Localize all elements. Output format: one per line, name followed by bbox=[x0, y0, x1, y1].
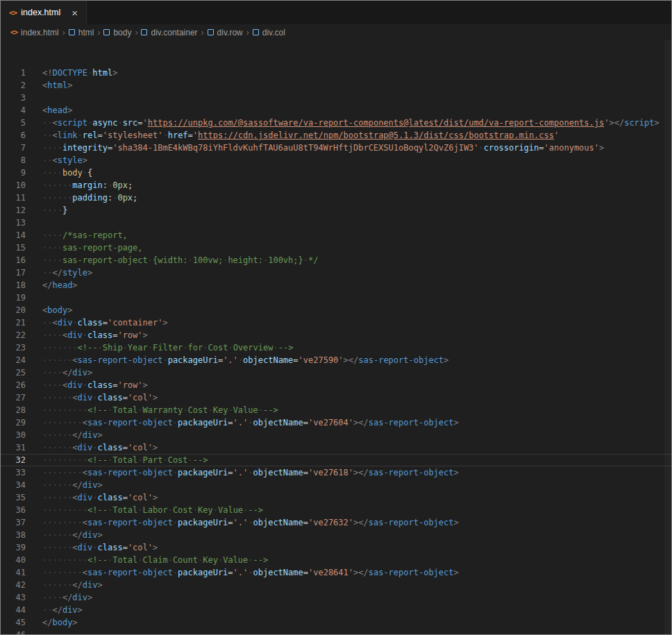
code-line-14[interactable]: 14····/*sas-report, bbox=[1, 229, 671, 242]
line-number[interactable]: 6 bbox=[1, 129, 26, 142]
line-number[interactable]: 4 bbox=[1, 104, 26, 117]
line-number[interactable]: 7 bbox=[1, 142, 26, 154]
code-line-44[interactable]: 44··</div> bbox=[1, 604, 671, 616]
code-line-38[interactable]: 38······</div> bbox=[1, 529, 671, 541]
code-line-20[interactable]: 20<body> bbox=[1, 304, 671, 316]
code-line-2[interactable]: 2<html> bbox=[1, 79, 671, 92]
breadcrumb-item-div-col[interactable]: div.col bbox=[253, 28, 285, 37]
code-line-45[interactable]: 45</body> bbox=[1, 616, 671, 629]
line-number[interactable]: 13 bbox=[1, 217, 26, 229]
line-number[interactable]: 23 bbox=[1, 341, 26, 354]
line-number[interactable]: 17 bbox=[1, 266, 26, 279]
line-number[interactable]: 20 bbox=[1, 304, 26, 316]
code-line-39[interactable]: 39······<div·class='col'> bbox=[1, 541, 671, 554]
line-number[interactable]: 38 bbox=[1, 529, 26, 541]
line-number[interactable]: 37 bbox=[1, 516, 26, 529]
line-number[interactable]: 29 bbox=[1, 416, 26, 429]
line-number[interactable]: 18 bbox=[1, 279, 26, 291]
line-number[interactable]: 28 bbox=[1, 404, 26, 416]
line-number[interactable]: 34 bbox=[1, 479, 26, 491]
code-line-4[interactable]: 4<head> bbox=[1, 104, 671, 117]
line-number[interactable]: 35 bbox=[1, 491, 26, 504]
code-line-42[interactable]: 42······</div> bbox=[1, 579, 671, 591]
code-line-12[interactable]: 12····} bbox=[1, 204, 671, 217]
line-number[interactable]: 24 bbox=[1, 354, 26, 366]
line-number[interactable]: 14 bbox=[1, 229, 26, 242]
line-number[interactable]: 8 bbox=[1, 154, 26, 167]
code-line-13[interactable]: 13 bbox=[1, 217, 671, 229]
code-line-23[interactable]: 23·······<!--·Ship·Year·Filter·for·Cost·… bbox=[1, 341, 671, 354]
line-number[interactable]: 1 bbox=[1, 67, 26, 79]
line-number[interactable]: 10 bbox=[1, 179, 26, 192]
code-line-33[interactable]: 33········<sas-report-object·packageUri=… bbox=[1, 466, 671, 479]
breadcrumb-item-index-html[interactable]: <>index.html bbox=[10, 28, 59, 37]
code-line-37[interactable]: 37········<sas-report-object·packageUri=… bbox=[1, 516, 671, 529]
code-line-5[interactable]: 5··<script·async·src='https://unpkg.com/… bbox=[1, 117, 671, 129]
line-number[interactable]: 27 bbox=[1, 391, 26, 404]
breadcrumb-item-body[interactable]: body bbox=[103, 28, 131, 37]
code-line-30[interactable]: 30······</div> bbox=[1, 429, 671, 441]
code-line-27[interactable]: 27······<div·class='col'> bbox=[1, 391, 671, 404]
line-number[interactable]: 26 bbox=[1, 379, 26, 391]
code-line-36[interactable]: 36·········<!--·Total·Labor·Cost·Key·Val… bbox=[1, 504, 671, 516]
code-line-6[interactable]: 6··<link·rel='stylesheet'·href='https://… bbox=[1, 129, 671, 142]
tab-index-html[interactable]: <> index.html × bbox=[1, 1, 87, 24]
code-line-32[interactable]: 32·········<!--·Total·Part·Cost·--> bbox=[1, 454, 671, 466]
line-number[interactable]: 15 bbox=[1, 242, 26, 254]
breadcrumb-item-div-container[interactable]: div.container bbox=[141, 28, 197, 37]
code-line-28[interactable]: 28·········<!--·Total·Warranty·Cost·Key·… bbox=[1, 404, 671, 416]
code-line-40[interactable]: 40·········<!--·Total·Claim·Count·Key·Va… bbox=[1, 554, 671, 566]
code-line-1[interactable]: 1<!DOCTYPE·html> bbox=[1, 67, 671, 79]
line-number[interactable]: 42 bbox=[1, 579, 26, 591]
code-line-10[interactable]: 10······margin:·0px; bbox=[1, 179, 671, 192]
code-line-46[interactable]: 46 bbox=[1, 629, 671, 634]
line-number[interactable]: 45 bbox=[1, 616, 26, 629]
line-number[interactable]: 25 bbox=[1, 366, 26, 379]
line-number[interactable]: 11 bbox=[1, 192, 26, 204]
line-number[interactable]: 12 bbox=[1, 204, 26, 217]
line-number[interactable]: 5 bbox=[1, 117, 26, 129]
code-line-26[interactable]: 26····<div·class='row'> bbox=[1, 379, 671, 391]
scrollbar[interactable] bbox=[664, 40, 671, 634]
code-line-11[interactable]: 11······padding:·0px; bbox=[1, 192, 671, 204]
code-line-17[interactable]: 17··</style> bbox=[1, 266, 671, 279]
breadcrumb-item-div-row[interactable]: div.row bbox=[208, 28, 243, 37]
code-line-3[interactable]: 3 bbox=[1, 92, 671, 104]
line-number[interactable]: 46 bbox=[1, 629, 26, 634]
code-line-7[interactable]: 7····integrity='sha384-1BmE4kWBq78iYhFld… bbox=[1, 142, 671, 154]
code-line-19[interactable]: 19 bbox=[1, 291, 671, 304]
line-number[interactable]: 33 bbox=[1, 466, 26, 479]
line-number[interactable]: 2 bbox=[1, 79, 26, 92]
code-editor[interactable]: 1<!DOCTYPE·html>2<html>34<head>5··<scrip… bbox=[1, 40, 671, 634]
line-number[interactable]: 36 bbox=[1, 504, 26, 516]
line-number[interactable]: 3 bbox=[1, 92, 26, 104]
code-line-24[interactable]: 24······<sas-report-object·packageUri='.… bbox=[1, 354, 671, 366]
line-number[interactable]: 32 bbox=[1, 454, 26, 466]
code-line-25[interactable]: 25····</div> bbox=[1, 366, 671, 379]
breadcrumb-item-html[interactable]: html bbox=[69, 28, 94, 37]
code-line-8[interactable]: 8··<style> bbox=[1, 154, 671, 167]
code-line-35[interactable]: 35······<div·class='col'> bbox=[1, 491, 671, 504]
line-number[interactable]: 43 bbox=[1, 591, 26, 604]
line-number[interactable]: 41 bbox=[1, 566, 26, 579]
close-icon[interactable]: × bbox=[70, 8, 79, 18]
code-line-21[interactable]: 21··<div·class='container'> bbox=[1, 316, 671, 329]
line-number[interactable]: 31 bbox=[1, 441, 26, 454]
line-number[interactable]: 22 bbox=[1, 329, 26, 341]
code-line-18[interactable]: 18</head> bbox=[1, 279, 671, 291]
code-line-16[interactable]: 16····sas-report-object·{width:·100vw;·h… bbox=[1, 254, 671, 266]
line-number[interactable]: 40 bbox=[1, 554, 26, 566]
line-number[interactable]: 39 bbox=[1, 541, 26, 554]
code-line-31[interactable]: 31······<div·class='col'> bbox=[1, 441, 671, 454]
code-line-41[interactable]: 41········<sas-report-object·packageUri=… bbox=[1, 566, 671, 579]
code-line-34[interactable]: 34······</div> bbox=[1, 479, 671, 491]
line-number[interactable]: 19 bbox=[1, 291, 26, 304]
line-number[interactable]: 44 bbox=[1, 604, 26, 616]
code-line-29[interactable]: 29········<sas-report-object·packageUri=… bbox=[1, 416, 671, 429]
line-number[interactable]: 21 bbox=[1, 316, 26, 329]
line-number[interactable]: 16 bbox=[1, 254, 26, 266]
code-line-9[interactable]: 9····body·{ bbox=[1, 167, 671, 179]
code-line-15[interactable]: 15····sas-report-page, bbox=[1, 242, 671, 254]
code-line-22[interactable]: 22····<div·class='row'> bbox=[1, 329, 671, 341]
line-number[interactable]: 9 bbox=[1, 167, 26, 179]
